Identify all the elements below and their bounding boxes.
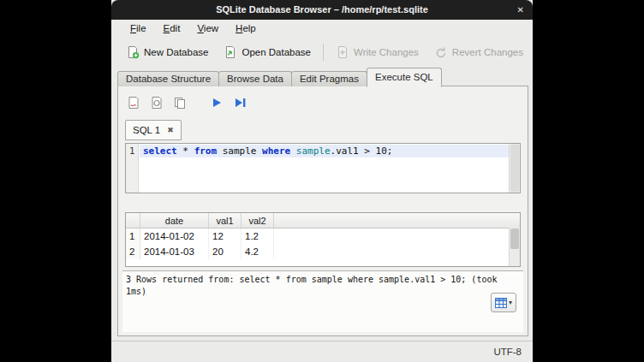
menu-help[interactable]: Help	[227, 20, 265, 38]
sql-code-line: select * from sample where sample.val1 >…	[143, 145, 392, 157]
open-database-label: Open Database	[242, 47, 311, 57]
cell-val1[interactable]: 20	[209, 244, 242, 259]
execute-sql-button[interactable]	[206, 93, 227, 112]
main-toolbar: New Database Open Database Write Changes	[111, 38, 533, 67]
app-window: SQLite Database Browser – /home/rp/test.…	[111, 0, 533, 362]
revert-changes-icon	[434, 45, 448, 59]
new-database-icon	[126, 45, 140, 59]
write-changes-label: Write Changes	[354, 47, 419, 57]
results-message-area: 3 Rows returned from: select * from samp…	[122, 270, 523, 332]
header-filler	[274, 213, 520, 228]
tab-database-structure[interactable]: Database Structure	[117, 71, 219, 86]
results-header-row: date val1 val2	[126, 213, 520, 228]
open-database-button[interactable]: Open Database	[216, 42, 319, 62]
sql-text: sample	[217, 145, 262, 157]
row-number: 2	[126, 244, 140, 259]
menu-view[interactable]: View	[188, 20, 227, 38]
sql-tab[interactable]: SQL 1 ✖	[125, 120, 182, 140]
menu-file[interactable]: File	[122, 20, 155, 38]
results-message: 3 Rows returned from: select * from samp…	[122, 271, 515, 300]
menubar: File Edit View Help	[111, 20, 533, 38]
table-row[interactable]: 2 2014-01-03 20 4.2	[126, 244, 520, 259]
sql-keyword: from	[194, 145, 218, 157]
cell-val2[interactable]: 4.2	[242, 244, 274, 259]
column-header-val2[interactable]: val2	[242, 213, 274, 228]
table-row[interactable]: 1 2014-01-02 12 1.2	[126, 228, 520, 244]
column-header-date[interactable]: date	[140, 213, 209, 228]
new-database-button[interactable]: New Database	[118, 42, 216, 62]
sql-tab-close-icon[interactable]: ✖	[167, 126, 174, 134]
row-number: 1	[126, 228, 140, 244]
write-changes-icon	[336, 45, 349, 59]
execute-sql-panel: SQL 1 ✖ 1 select * from sample where sam…	[117, 86, 528, 336]
desktop-background: SQLite Database Browser – /home/rp/test.…	[0, 0, 644, 362]
menu-edit[interactable]: Edit	[155, 20, 189, 38]
sql-text: .val1 > 10;	[331, 145, 393, 157]
cell-date[interactable]: 2014-01-03	[140, 244, 209, 259]
corner-header	[126, 213, 140, 228]
column-header-val1[interactable]: val1	[209, 213, 242, 228]
cell-val1[interactable]: 12	[209, 228, 242, 244]
cell-date[interactable]: 2014-01-02	[140, 228, 209, 244]
chevron-down-icon: ▾	[509, 299, 512, 306]
execute-sql-play-icon	[211, 97, 223, 109]
save-sql-file-icon	[150, 96, 164, 110]
table-scrollbar-thumb[interactable]	[510, 228, 519, 249]
statusbar: UTF-8	[111, 341, 533, 362]
save-sql-file-button[interactable]	[146, 93, 167, 112]
sql-editor[interactable]: 1 select * from sample where sample.val1…	[125, 143, 521, 193]
open-sql-file-button[interactable]	[123, 93, 144, 112]
line-number: 1	[129, 145, 134, 156]
titlebar[interactable]: SQLite Database Browser – /home/rp/test.…	[111, 0, 533, 20]
editor-scrollbar-thumb[interactable]	[510, 145, 519, 192]
sql-keyword: select	[143, 145, 177, 157]
open-database-icon	[224, 45, 237, 59]
sql-toolbar	[123, 93, 250, 112]
sql-tab-label: SQL 1	[133, 125, 160, 135]
revert-changes-button: Revert Changes	[426, 42, 531, 62]
results-view-button[interactable]: ▾	[491, 293, 516, 312]
sql-text	[290, 145, 296, 157]
revert-changes-label: Revert Changes	[452, 47, 523, 57]
window-title: SQLite Database Browser – /home/rp/test.…	[111, 0, 533, 20]
encoding-label: UTF-8	[493, 347, 522, 357]
copy-sql-button[interactable]	[170, 93, 190, 112]
tab-execute-sql[interactable]: Execute SQL	[367, 68, 442, 87]
line-number-gutter: 1	[126, 144, 139, 193]
table-scrollbar[interactable]	[509, 228, 520, 266]
results-table: date val1 val2 1 2014-01-02 12 1.2 2 201…	[125, 212, 521, 267]
sql-keyword: where	[262, 145, 290, 157]
execute-current-line-button[interactable]	[230, 93, 250, 112]
sql-table-name: sample	[296, 145, 331, 157]
copy-sql-icon	[173, 96, 187, 110]
tab-edit-pragmas[interactable]: Edit Pragmas	[291, 71, 367, 86]
cell-val2[interactable]: 1.2	[242, 228, 274, 244]
write-changes-button: Write Changes	[328, 42, 426, 62]
toolbar-separator	[323, 44, 324, 61]
execute-line-play-icon	[234, 97, 247, 109]
editor-scrollbar[interactable]	[509, 144, 520, 193]
table-view-icon	[495, 298, 507, 308]
new-database-label: New Database	[144, 47, 208, 57]
open-sql-file-icon	[127, 96, 140, 110]
main-tabbar: Database Structure Browse Data Edit Prag…	[117, 68, 441, 87]
close-window-icon[interactable]: ✕	[517, 0, 524, 20]
tab-browse-data[interactable]: Browse Data	[218, 71, 292, 86]
sql-text: *	[177, 145, 194, 157]
